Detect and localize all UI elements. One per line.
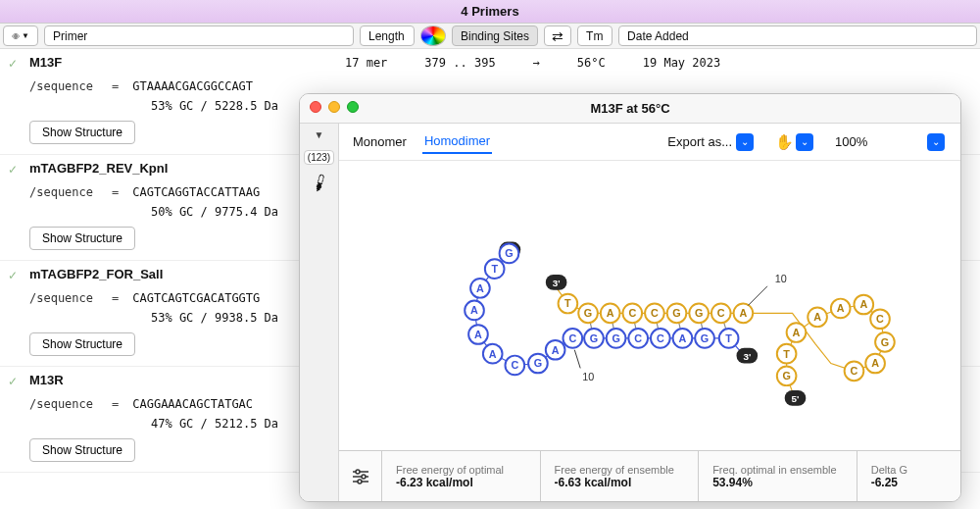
sequence-key: /sequence xyxy=(29,291,98,305)
equals: = xyxy=(112,185,119,199)
window-controls[interactable] xyxy=(310,101,359,113)
primer-binding: 379 .. 395 xyxy=(424,56,495,70)
svg-point-93 xyxy=(362,475,366,479)
svg-text:T: T xyxy=(725,332,732,344)
panel-toolbar: Monomer Homodimer Export as... ⌄ ✋ ⌄ 100… xyxy=(339,124,960,161)
svg-text:A: A xyxy=(470,304,478,316)
column-header-row: ▼ Primer Length Binding Sites ⇄ Tm Date … xyxy=(0,24,980,49)
sequence-value: GTAAAACGACGGCCAGT xyxy=(132,79,253,93)
check-icon: ✓ xyxy=(8,57,18,71)
svg-text:C: C xyxy=(651,307,659,319)
svg-text:A: A xyxy=(739,307,747,319)
svg-text:G: G xyxy=(782,370,790,382)
direction-arrow-icon: → xyxy=(533,56,540,70)
chevron-down-icon: ⌄ xyxy=(736,133,754,151)
col-date[interactable]: Date Added xyxy=(618,25,977,46)
svg-text:G: G xyxy=(590,332,598,344)
structure-panel: M13F at 56°C ▼ (123) 🖌 Monomer Homodimer… xyxy=(299,93,961,502)
svg-text:C: C xyxy=(717,307,725,319)
collapse-icon[interactable]: ▼ xyxy=(315,129,324,140)
primer-name: mTAGBFP2_FOR_SalI xyxy=(29,267,341,281)
primer-name: M13R xyxy=(29,373,341,387)
check-icon: ✓ xyxy=(8,375,18,388)
maximize-icon[interactable] xyxy=(347,101,359,113)
settings-sliders-icon[interactable] xyxy=(339,451,382,501)
svg-text:C: C xyxy=(876,313,884,325)
stat-value: -6.25 xyxy=(871,476,947,489)
panel-title: M13F at 56°C xyxy=(590,101,669,116)
col-primer[interactable]: Primer xyxy=(44,25,354,46)
svg-text:G: G xyxy=(672,307,680,319)
swap-direction-icon[interactable]: ⇄ xyxy=(544,25,571,46)
panel-title-bar[interactable]: M13F at 56°C xyxy=(300,94,960,124)
svg-text:G: G xyxy=(695,307,703,319)
svg-text:3': 3' xyxy=(553,278,561,288)
close-icon[interactable] xyxy=(310,101,321,113)
pan-hand-icon[interactable]: ✋ xyxy=(775,133,794,151)
svg-line-88 xyxy=(748,286,767,306)
col-binding-sites[interactable]: Binding Sites xyxy=(452,25,538,46)
equals: = xyxy=(112,291,119,305)
window-title: 4 Primers xyxy=(0,0,980,24)
tab-monomer[interactable]: Monomer xyxy=(351,130,409,153)
sequence-key: /sequence xyxy=(29,397,98,411)
color-picker-icon[interactable] xyxy=(420,25,446,46)
sequence-value: CAGGAAACAGCTATGAC xyxy=(132,397,253,411)
svg-text:T: T xyxy=(783,348,790,360)
stats-footer: Free energy of optimal -6.23 kcal/mol Fr… xyxy=(339,450,960,501)
svg-text:A: A xyxy=(679,332,687,344)
minimize-icon[interactable] xyxy=(328,101,340,113)
sequence-value: CAGTCAGGTACCATTAAG xyxy=(132,185,260,199)
svg-text:A: A xyxy=(837,302,845,314)
export-label: Export as... xyxy=(667,134,732,149)
col-length[interactable]: Length xyxy=(360,25,415,46)
svg-text:C: C xyxy=(634,332,642,344)
show-structure-button[interactable]: Show Structure xyxy=(29,121,135,144)
svg-text:A: A xyxy=(552,344,560,356)
visibility-toggle[interactable]: ▼ xyxy=(3,25,38,46)
primer-name: mTAGBFP2_REV_KpnI xyxy=(29,161,341,176)
structure-count[interactable]: (123) xyxy=(304,150,334,165)
svg-text:C: C xyxy=(568,332,576,344)
svg-text:A: A xyxy=(813,311,821,323)
col-tm[interactable]: Tm xyxy=(577,25,612,46)
svg-point-95 xyxy=(358,480,362,484)
primer-length: 17 mer xyxy=(345,56,387,70)
show-structure-button[interactable]: Show Structure xyxy=(29,227,135,250)
svg-text:A: A xyxy=(793,327,801,338)
svg-text:C: C xyxy=(628,307,636,319)
sequence-key: /sequence xyxy=(29,185,98,199)
svg-text:A: A xyxy=(871,357,879,369)
stat-label: Free energy of optimal xyxy=(396,464,526,476)
tab-homodimer[interactable]: Homodimer xyxy=(422,129,492,154)
structure-canvas[interactable]: 5' 3' 3' 5' G T A A A A C G A C G G xyxy=(339,161,960,450)
brush-icon[interactable]: 🖌 xyxy=(308,172,330,195)
svg-text:T: T xyxy=(564,297,571,309)
stat-label: Delta G xyxy=(871,464,947,476)
svg-point-91 xyxy=(356,470,360,474)
svg-text:G: G xyxy=(881,336,889,348)
svg-text:5': 5' xyxy=(792,393,800,404)
stat-value: 53.94% xyxy=(712,476,843,489)
show-structure-button[interactable]: Show Structure xyxy=(29,332,135,356)
sequence-value: CAGTCAGTCGACATGGTG xyxy=(132,291,260,305)
zoom-dropdown[interactable]: 100% ⌄ xyxy=(831,131,949,153)
svg-text:C: C xyxy=(511,359,518,371)
svg-text:3': 3' xyxy=(743,351,751,362)
svg-text:A: A xyxy=(474,329,482,340)
equals: = xyxy=(112,79,119,93)
panel-sidebar: ▼ (123) 🖌 xyxy=(300,124,339,501)
primer-name: M13F xyxy=(29,55,341,70)
show-structure-button[interactable]: Show Structure xyxy=(29,438,135,462)
svg-text:C: C xyxy=(851,365,858,377)
chevron-down-icon[interactable]: ⌄ xyxy=(796,133,813,151)
stat-label: Free energy of ensemble xyxy=(555,464,685,476)
export-dropdown[interactable]: Export as... ⌄ xyxy=(663,131,758,153)
svg-point-0 xyxy=(15,35,17,37)
sequence-key: /sequence xyxy=(29,79,98,93)
svg-text:C: C xyxy=(657,332,664,344)
equals: = xyxy=(112,397,119,411)
svg-text:A: A xyxy=(476,282,484,294)
svg-text:A: A xyxy=(859,298,867,310)
stat-value: -6.63 kcal/mol xyxy=(555,476,685,489)
